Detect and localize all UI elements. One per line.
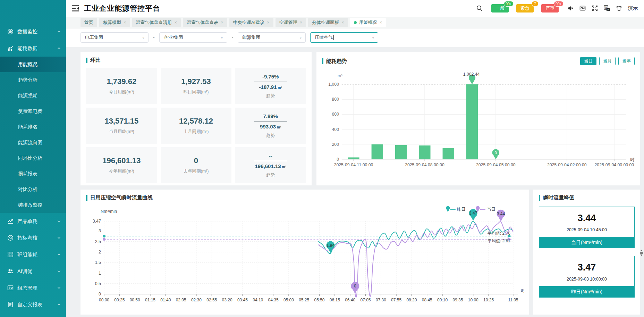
sidebar-item-1[interactable]: 能耗数据 <box>0 40 66 57</box>
peak-cards: 3.442025-09-04 10:45:00当日(Nm³/min)3.4720… <box>539 207 635 298</box>
svg-text:10:00: 10:00 <box>468 298 478 302</box>
tab-5[interactable]: 空调管理× <box>276 18 306 27</box>
skin-icon[interactable] <box>616 5 622 11</box>
filter-select-value: 能源集团 <box>242 34 260 41</box>
bar-07:00[interactable] <box>443 148 454 159</box>
alarm-badge[interactable]: 紧急7 <box>516 4 534 12</box>
tab-0[interactable]: 首页 <box>80 18 97 27</box>
sidebar-subitem[interactable]: 能耗排名 <box>0 119 66 135</box>
divider <box>254 121 287 122</box>
stat-value: 1,927.53 <box>181 77 211 86</box>
stat-card: 0去年同期(m³) <box>161 147 232 183</box>
sidebar-item-6[interactable]: 组态管理 <box>0 280 66 296</box>
huanbi-grid: 1,739.62今日用能(m³)1,927.53昨日同期(m³)-9.75%-1… <box>86 68 306 183</box>
fullscreen-icon[interactable] <box>592 5 598 11</box>
sidebar-item-label: 自定义报表 <box>17 301 43 308</box>
panel-trend: 能耗趋势 当日当月当年 02004006008001,000m³2025-09-… <box>316 52 640 185</box>
scroll-handle-icon[interactable] <box>639 249 644 256</box>
sidebar-subitem[interactable]: 损耗报表 <box>0 166 66 182</box>
line-series-当日[interactable] <box>318 222 513 297</box>
filter-bar: 电工集团∨-企业/集团∨-能源集团∨压缩空气∨ <box>66 28 644 47</box>
trend-percent: 7.89% <box>263 113 278 119</box>
tab-1[interactable]: 核算模型× <box>99 18 130 27</box>
sidebar-subitem[interactable]: 趋势分析 <box>0 72 66 88</box>
close-icon[interactable]: × <box>124 20 126 25</box>
close-icon[interactable]: × <box>221 20 223 25</box>
range-button-2[interactable]: 当年 <box>618 57 635 65</box>
alarm-badge[interactable]: 严重99+ <box>541 4 559 12</box>
svg-text:2025-09-04 11:00:00: 2025-09-04 11:00:00 <box>334 162 373 167</box>
close-icon[interactable]: × <box>341 20 344 25</box>
sidebar-item-5[interactable]: AI调优 <box>0 263 66 280</box>
alarm-badge-label: 一般 <box>495 6 505 11</box>
active-tab-dot <box>354 21 357 24</box>
sidebar-subitem[interactable]: 复费率电费 <box>0 103 66 119</box>
filter-select-0[interactable]: 电工集团∨ <box>80 32 149 43</box>
stat-card: 12,578.12上月同期(m³) <box>161 108 232 144</box>
tab-4[interactable]: 中央空调AI建议× <box>229 18 273 27</box>
sidebar-item-2[interactable]: 产品单耗 <box>0 213 66 230</box>
bar-11:00[interactable] <box>348 157 359 159</box>
close-icon[interactable]: × <box>300 20 303 25</box>
bar-06:00[interactable] <box>466 84 478 159</box>
close-icon[interactable]: × <box>175 20 177 25</box>
tab-2[interactable]: 温室气体盘查清册× <box>132 18 181 27</box>
svg-text:01:15: 01:15 <box>145 298 155 302</box>
translate-icon[interactable]: 文A <box>604 5 610 11</box>
svg-text:04:35: 04:35 <box>268 298 279 302</box>
marker-pin: 0 <box>351 282 359 294</box>
tab-label: 中央空调AI建议 <box>233 19 264 26</box>
panel-peak: 瞬时流量峰值 3.442025-09-04 10:45:00当日(Nm³/min… <box>533 190 640 315</box>
user-name[interactable]: 演示 <box>628 5 638 11</box>
sidebar-item-0[interactable]: 数据监控 <box>0 23 66 40</box>
svg-text:01:40: 01:40 <box>160 298 171 302</box>
search-icon[interactable] <box>476 5 483 11</box>
tab-3[interactable]: 温室气体盘查表× <box>183 18 227 27</box>
sidebar-subitem[interactable]: 用能概况 <box>0 57 66 72</box>
sidebar-subitem[interactable]: 碳排放监控 <box>0 197 66 213</box>
svg-text:0: 0 <box>354 284 356 289</box>
svg-text:0: 0 <box>495 150 497 155</box>
chevron-down-icon: ∨ <box>299 36 302 39</box>
peak-value: 3.47 <box>539 262 634 273</box>
close-icon[interactable]: × <box>380 20 382 25</box>
svg-text:05:50: 05:50 <box>314 298 325 302</box>
svg-text:2025-09-04 05:00:00: 2025-09-04 05:00:00 <box>476 162 516 167</box>
filter-select-2[interactable]: 能源集团∨ <box>238 32 306 43</box>
range-button-1[interactable]: 当月 <box>599 57 616 65</box>
range-button-0[interactable]: 当日 <box>580 57 596 65</box>
sidebar-item-4[interactable]: 班组能耗 <box>0 246 66 263</box>
mute-icon[interactable] <box>567 5 574 11</box>
svg-text:1: 1 <box>99 271 101 276</box>
line-chart[interactable]: 00.511.522.533.47Nm³/min00:0000:2500:500… <box>86 202 524 311</box>
svg-text:07:05: 07:05 <box>360 298 371 302</box>
sidebar-item-3[interactable]: 指标考核 <box>0 230 66 246</box>
filter-select-1[interactable]: 企业/集团∨ <box>159 32 227 43</box>
divider <box>254 161 287 161</box>
svg-text:09:10: 09:10 <box>437 298 448 302</box>
sidebar-subitem[interactable]: 能源流向图 <box>0 135 66 150</box>
sidebar-submenu: 用能概况趋势分析能源损耗复费率电费能耗排名能源流向图同环比分析损耗报表对比分析碳… <box>0 57 66 213</box>
screen-chart-icon[interactable] <box>579 5 586 11</box>
tab-7[interactable]: 用能概况× <box>350 18 386 27</box>
alarm-count-bubble: 99+ <box>504 1 514 7</box>
sidebar-subitem[interactable]: 对比分析 <box>0 182 66 197</box>
tab-6[interactable]: 分体空调面板× <box>308 18 348 27</box>
trend-diff: 993.03m³ <box>260 124 281 130</box>
svg-text:06:15: 06:15 <box>330 298 340 302</box>
config-icon <box>7 285 14 291</box>
collapse-menu-icon[interactable] <box>71 5 79 12</box>
sidebar-subitem[interactable]: 能源损耗 <box>0 88 66 103</box>
stat-card: 13,571.15当月用能(m³) <box>86 108 157 144</box>
bar-09:00[interactable] <box>395 145 407 159</box>
sidebar-subitem[interactable]: 同环比分析 <box>0 150 66 166</box>
bar-chart[interactable]: 02004006008001,000m³2025-09-04 11:00:002… <box>322 68 635 178</box>
filter-select-3[interactable]: 压缩空气∨ <box>310 32 378 43</box>
close-icon[interactable]: × <box>267 20 270 25</box>
bar-08:00[interactable] <box>419 145 430 159</box>
sidebar-item-7[interactable]: 自定义报表 <box>0 296 66 313</box>
chevron-down-icon <box>57 269 61 273</box>
line-series-昨日[interactable] <box>318 221 513 253</box>
bar-10:00[interactable] <box>372 144 383 159</box>
alarm-badge[interactable]: 一般99+ <box>491 4 509 12</box>
